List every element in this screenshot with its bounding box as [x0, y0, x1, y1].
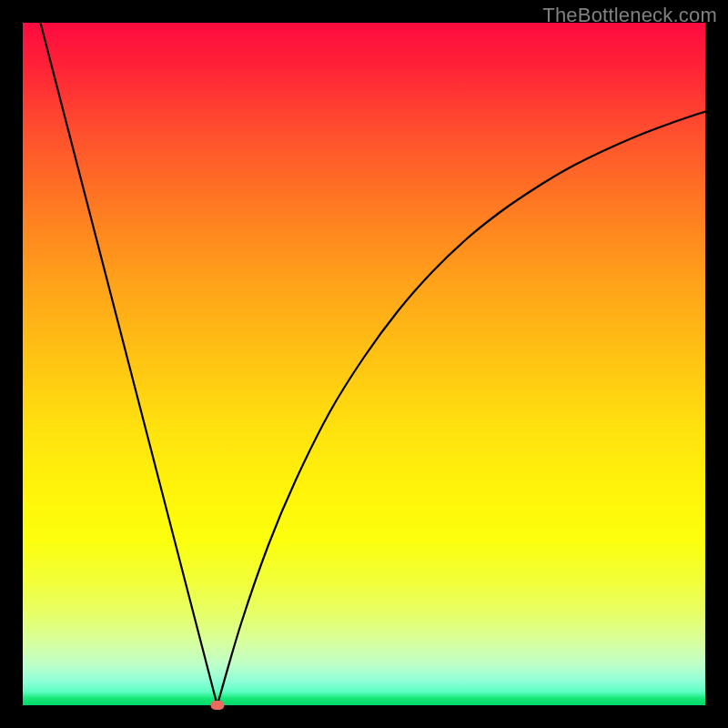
minimum-marker	[210, 701, 224, 710]
curve-left-branch	[23, 23, 217, 705]
chart-frame: TheBottleneck.com	[0, 0, 728, 728]
plot-area	[23, 23, 705, 705]
curve-layer	[23, 23, 705, 705]
curve-right-branch	[217, 112, 705, 706]
watermark-text: TheBottleneck.com	[542, 4, 717, 27]
